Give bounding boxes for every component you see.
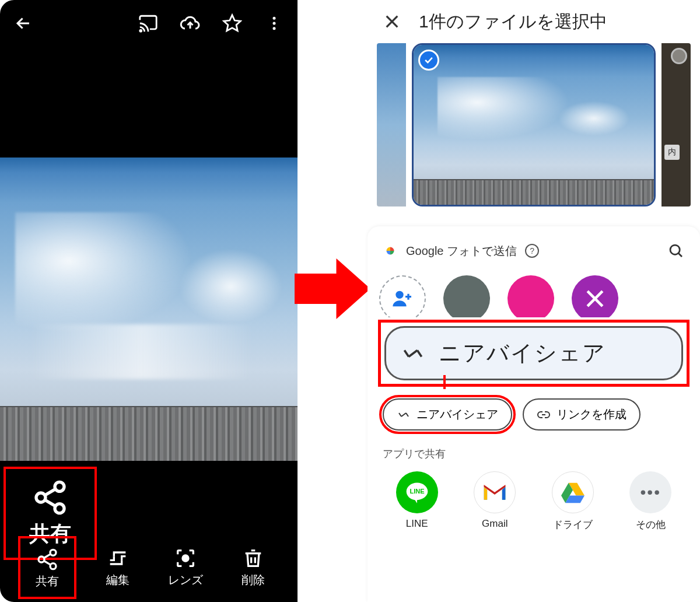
close-icon[interactable] <box>383 12 401 31</box>
transition-arrow-column <box>298 0 368 602</box>
svg-line-8 <box>45 489 55 495</box>
nearby-share-chip[interactable]: ニアバイシェア <box>383 398 512 430</box>
svg-point-11 <box>38 556 44 562</box>
apps-row: LINE LINE Gmail ドライブ ••• その他 <box>368 466 700 543</box>
share-header-title: 1件のファイルを選択中 <box>419 10 607 34</box>
more-horizontal-icon: ••• <box>629 471 671 513</box>
svg-point-19 <box>670 245 680 254</box>
contact-avatar[interactable] <box>572 275 618 317</box>
thumbnail-next[interactable]: 内 <box>662 43 691 206</box>
thumbnail-selected[interactable] <box>412 43 656 206</box>
search-icon[interactable] <box>667 242 685 260</box>
svg-marker-16 <box>295 258 370 319</box>
drive-icon <box>552 471 594 513</box>
star-icon[interactable] <box>219 10 245 36</box>
nearby-share-chip-zoomed[interactable]: ニアバイシェア <box>384 326 683 380</box>
share-button[interactable]: 共有 <box>18 536 76 599</box>
create-link-chip-label: リンクを作成 <box>556 407 626 422</box>
svg-point-2 <box>273 17 276 20</box>
gmail-icon <box>474 471 516 513</box>
google-photos-row[interactable]: Google フォトで送信 ? <box>368 237 700 265</box>
cast-icon[interactable] <box>135 10 161 36</box>
share-chips-row: ニアバイシェア リンクを作成 <box>368 387 700 436</box>
svg-point-4 <box>273 27 276 30</box>
app-gmail-label: Gmail <box>482 518 508 530</box>
svg-point-6 <box>36 493 46 502</box>
svg-line-13 <box>44 554 50 558</box>
svg-line-20 <box>678 253 682 257</box>
google-photos-icon <box>383 243 398 258</box>
google-photos-label: Google フォトで送信 <box>406 243 517 259</box>
app-share-heading: アプリで共有 <box>368 436 700 466</box>
svg-point-15 <box>183 555 188 561</box>
back-arrow-icon[interactable] <box>10 10 36 36</box>
delete-button[interactable]: 削除 <box>227 547 279 588</box>
svg-point-10 <box>50 550 56 555</box>
connector-line <box>443 375 446 389</box>
contact-avatar[interactable] <box>508 275 554 317</box>
share-header: 1件のファイルを選択中 <box>368 0 700 43</box>
select-circle-icon[interactable] <box>671 48 687 64</box>
nearby-share-zoomed-label: ニアバイシェア <box>439 338 606 368</box>
tag-label: 内 <box>664 145 680 160</box>
svg-point-5 <box>55 482 64 491</box>
arrow-right-icon <box>295 251 370 327</box>
svg-point-0 <box>140 30 142 32</box>
svg-text:LINE: LINE <box>410 488 424 495</box>
svg-marker-1 <box>224 15 240 31</box>
create-link-chip[interactable]: リンクを作成 <box>523 398 640 430</box>
edit-label: 編集 <box>106 572 130 588</box>
lens-label: レンズ <box>168 572 203 588</box>
line-icon: LINE <box>396 471 438 513</box>
nearby-share-zoomed-callout: ニアバイシェア <box>378 320 690 387</box>
photo-viewer-screen: 共有 共有 編集 レンズ 削除 <box>0 0 298 602</box>
app-line[interactable]: LINE LINE <box>385 471 449 531</box>
share-panel: Google フォトで送信 ? ニアバイシェア <box>368 226 700 602</box>
app-drive-label: ドライブ <box>553 518 593 531</box>
contacts-row <box>368 265 700 317</box>
svg-line-9 <box>45 500 55 506</box>
thumbnail-strip[interactable]: 内 <box>368 43 700 206</box>
app-line-label: LINE <box>406 518 428 530</box>
thumbnail-prev[interactable] <box>377 43 406 206</box>
help-icon[interactable]: ? <box>525 244 539 258</box>
svg-line-14 <box>44 561 50 565</box>
svg-point-12 <box>50 564 56 569</box>
nearby-share-chip-label: ニアバイシェア <box>416 407 498 422</box>
add-contact-button[interactable] <box>379 275 426 317</box>
photo-top-bar <box>0 0 298 47</box>
svg-point-3 <box>273 22 276 25</box>
app-gmail[interactable]: Gmail <box>463 471 527 531</box>
edit-button[interactable]: 編集 <box>92 547 144 588</box>
svg-point-21 <box>396 291 403 299</box>
more-vert-icon[interactable] <box>261 10 287 36</box>
share-sheet-screen: 1件のファイルを選択中 内 Google フォトで送信 ? <box>368 0 700 602</box>
share-label: 共有 <box>36 573 59 589</box>
delete-label: 削除 <box>242 572 265 588</box>
contact-avatar[interactable] <box>443 275 490 317</box>
lens-button[interactable]: レンズ <box>159 547 212 588</box>
photo-preview[interactable] <box>0 158 298 461</box>
svg-point-7 <box>55 503 64 513</box>
cloud-upload-icon[interactable] <box>177 10 203 36</box>
app-more[interactable]: ••• その他 <box>618 471 682 531</box>
checkmark-icon <box>418 50 439 71</box>
app-drive[interactable]: ドライブ <box>541 471 605 531</box>
photo-bottom-toolbar: 共有 編集 レンズ 削除 <box>0 535 298 602</box>
app-more-label: その他 <box>636 518 666 531</box>
